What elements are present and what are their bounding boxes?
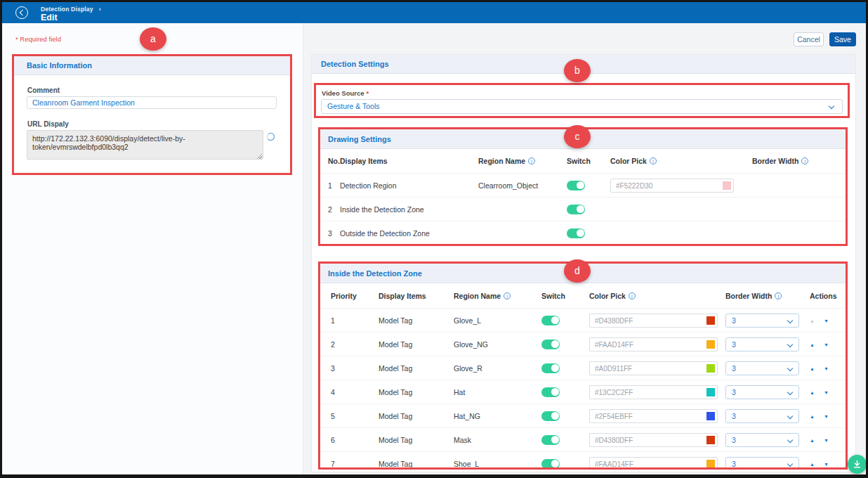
row-number: 3 [328,229,332,238]
breadcrumb-label: Detection Display [41,6,93,13]
switch-toggle[interactable] [541,387,560,397]
color-pick-input[interactable]: #FAAD14FF [589,457,718,470]
switch-toggle[interactable] [567,181,585,190]
breadcrumb-separator: › [99,6,101,13]
switch-toggle[interactable] [541,435,560,445]
color-pick-input[interactable]: #13C2C2FF [589,385,718,399]
switch-toggle[interactable] [541,363,560,373]
color-pick-input[interactable]: #D4380DFF [589,433,718,447]
border-width-value: 3 [732,340,736,349]
border-width-value: 3 [732,436,736,444]
border-width-select[interactable]: 3 [725,314,799,328]
color-swatch[interactable] [706,436,715,444]
table-row: 2Inside the Detection Zone [320,198,846,221]
priority-number: 1 [331,316,335,325]
switch-toggle[interactable] [541,316,560,325]
move-down-button[interactable]: ▼ [824,413,829,418]
info-icon[interactable]: i [801,157,808,164]
border-width-value: 3 [732,388,736,396]
comment-input[interactable] [27,96,277,109]
move-down-button[interactable]: ▼ [824,318,829,323]
color-swatch[interactable] [706,316,715,325]
column-header-color-pick: Color Picki [610,157,657,165]
video-source-select[interactable]: Gesture & Tools [321,99,843,114]
color-swatch[interactable] [706,388,715,396]
color-pick-input[interactable]: #F5222D30 [610,179,734,193]
cancel-button[interactable]: Cancel [794,32,824,46]
display-item-label: Outside the Detection Zone [340,229,430,238]
refresh-icon[interactable] [267,133,275,141]
color-pick-input[interactable]: #A0D911FF [589,361,718,375]
chevron-down-icon [787,341,793,347]
info-icon[interactable]: i [775,292,782,299]
annotation-bubble-d: d [564,259,591,283]
color-pick-input[interactable]: #D4380DFF [589,314,718,328]
border-width-select[interactable]: 3 [725,409,799,423]
display-item-label: Inside the Detection Zone [340,205,424,214]
priority-number: 7 [331,460,335,468]
column-header-border-width: Border Widthi [725,292,782,300]
move-down-button[interactable]: ▼ [824,461,829,466]
url-display-label: URL Dispaly [27,120,69,128]
chevron-down-icon [787,389,793,394]
move-up-button[interactable]: ▲ [810,389,815,394]
column-header-priority: Priority [331,292,357,300]
back-chevron-icon [20,10,25,15]
switch-toggle[interactable] [567,205,585,214]
move-up-button[interactable]: ▲ [810,342,815,347]
info-icon[interactable]: i [629,292,636,299]
url-display-textarea[interactable] [27,130,263,160]
switch-toggle[interactable] [541,340,560,349]
info-icon[interactable]: i [504,292,511,299]
breadcrumb[interactable]: Detection Display› [41,6,101,13]
move-up-button[interactable]: ▲ [810,413,815,418]
switch-toggle[interactable] [541,459,560,469]
region-name-label: Clearroom_Object [478,181,538,190]
color-value: #2F54EBFF [595,412,633,420]
annotation-bubble-a: a [140,27,166,51]
info-icon[interactable]: i [528,157,535,164]
move-down-button[interactable]: ▼ [824,366,829,370]
color-value: #A0D911FF [595,364,632,372]
border-width-select[interactable]: 3 [725,385,799,399]
chevron-down-icon [787,317,793,323]
border-width-select[interactable]: 3 [725,457,799,470]
move-up-button[interactable]: ▲ [810,366,815,370]
color-pick-input[interactable]: #2F54EBFF [589,409,718,423]
region-name-label: Hat [454,388,465,396]
color-pick-input[interactable]: #FAAD14FF [589,337,718,351]
color-swatch[interactable] [723,181,731,190]
color-swatch[interactable] [706,460,715,468]
priority-number: 6 [331,436,335,444]
save-button[interactable]: Save [829,32,856,46]
border-width-select[interactable]: 3 [725,337,799,351]
download-fab-button[interactable] [848,455,867,474]
move-down-button[interactable]: ▼ [824,437,829,442]
move-up-button[interactable]: ▲ [810,461,815,466]
border-width-select[interactable]: 3 [725,361,799,375]
column-header-color-pick: Color Picki [589,292,636,300]
move-up-button[interactable]: ▲ [810,437,815,442]
color-swatch[interactable] [706,412,715,420]
resize-handle-icon[interactable] [257,154,262,159]
info-icon[interactable]: i [650,157,657,164]
chevron-down-icon [829,103,834,109]
column-header-switch: Switch [541,292,565,300]
chevron-down-icon [787,365,793,370]
annotation-bubble-b: b [564,59,591,82]
border-width-select[interactable]: 3 [725,433,799,447]
move-up-button: ▲ [810,318,815,323]
column-header-switch: Switch [567,157,591,165]
back-button[interactable] [15,6,28,19]
move-down-button[interactable]: ▼ [824,342,829,347]
move-down-button[interactable]: ▼ [824,389,829,394]
switch-toggle[interactable] [541,411,560,421]
priority-number: 3 [331,364,335,373]
switch-toggle[interactable] [567,228,585,238]
region-name-label: Glove_R [454,364,482,373]
color-swatch[interactable] [706,340,715,349]
row-number: 1 [328,181,332,190]
color-swatch[interactable] [706,364,715,373]
region-name-label: Hat_NG [454,412,480,420]
row-number: 2 [328,205,332,214]
